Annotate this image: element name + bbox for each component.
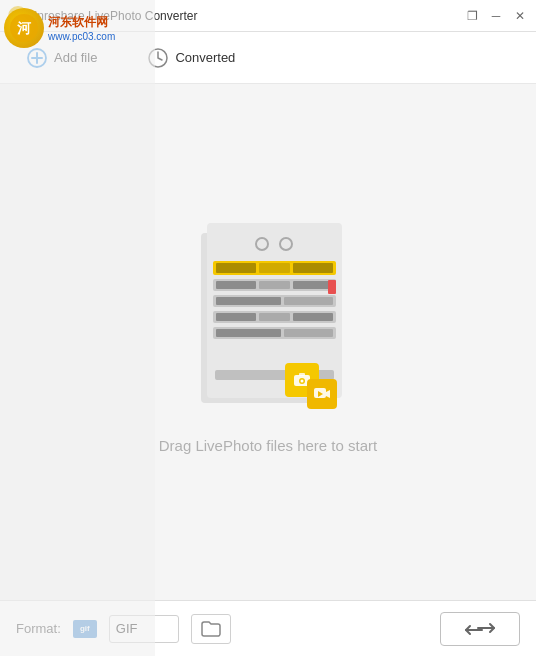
illustration: Drag LivePhoto files here to start (159, 223, 377, 454)
svg-marker-9 (326, 390, 330, 398)
row-line-3 (293, 263, 333, 273)
doc-front (207, 223, 342, 398)
format-value: GIF (116, 621, 138, 636)
title-bar-left: IS Inroshare LivePhoto Converter (8, 6, 197, 26)
format-icon: gif (73, 620, 97, 638)
doc-row-highlight (213, 261, 336, 275)
row-line-2 (259, 263, 289, 273)
restore-button[interactable]: ❐ (464, 8, 480, 24)
converted-button[interactable]: Converted (137, 41, 245, 75)
doc-circles (207, 223, 342, 251)
folder-button[interactable] (191, 614, 231, 644)
doc-circle-left (255, 237, 269, 251)
format-input[interactable]: GIF (109, 615, 179, 643)
format-label: Format: (16, 621, 61, 636)
doc-row-2 (213, 295, 336, 307)
title-bar: IS Inroshare LivePhoto Converter ❐ ─ ✕ (0, 0, 536, 32)
app-title: Inroshare LivePhoto Converter (34, 9, 197, 23)
format-icon-text: gif (80, 624, 90, 633)
main-drop-area[interactable]: Drag LivePhoto files here to start (0, 84, 536, 600)
window-controls: ❐ ─ ✕ (464, 8, 528, 24)
doc-row-3 (213, 311, 336, 323)
doc-red-accent (328, 280, 336, 294)
convert-button[interactable] (440, 612, 520, 646)
converted-icon (147, 47, 169, 69)
row-line-1 (216, 263, 256, 273)
doc-row-1 (213, 279, 336, 291)
converted-label: Converted (175, 50, 235, 65)
minimize-button[interactable]: ─ (488, 8, 504, 24)
file-stack (193, 223, 343, 413)
add-file-label: Add file (54, 50, 97, 65)
doc-row-4 (213, 327, 336, 339)
svg-rect-6 (299, 373, 305, 376)
toolbar: Add file Converted (0, 32, 536, 84)
add-file-button[interactable]: Add file (16, 41, 107, 75)
drag-hint: Drag LivePhoto files here to start (159, 437, 377, 454)
doc-circle-right (279, 237, 293, 251)
app-icon-label: IS (13, 10, 22, 21)
close-button[interactable]: ✕ (512, 8, 528, 24)
bottom-bar: Format: gif GIF (0, 600, 536, 656)
app-icon: IS (8, 6, 28, 26)
add-file-icon (26, 47, 48, 69)
video-badge (307, 379, 337, 409)
svg-point-7 (300, 379, 303, 382)
